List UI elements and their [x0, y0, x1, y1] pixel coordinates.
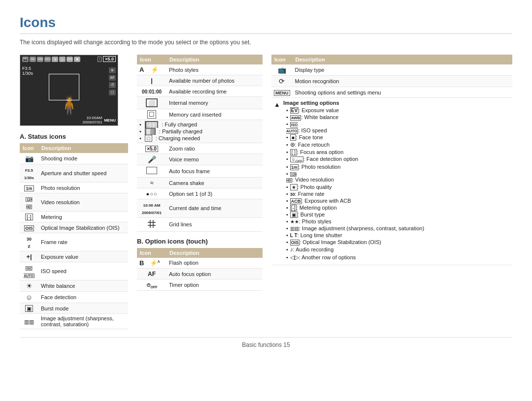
icon-cell: +| [20, 251, 38, 262]
cam-icon-5: ☀ [52, 57, 58, 62]
table-row: A ⚡ Photo styles [137, 64, 263, 75]
middle-column: Icon Description A ⚡ Photo styles | Avai… [137, 55, 263, 291]
desc-cell: Shooting options and settings menu [293, 87, 513, 98]
table-row: Grid lines [137, 217, 263, 231]
icon-cell: MENU [271, 87, 293, 98]
table-row: ×5.0 Zoom ratio [137, 143, 263, 154]
main-layout: 📷 AF WB ISO ☀ ☺ OIS ▣ I ×5.0 F3.5 1/30s [20, 55, 512, 329]
list-item: ▥▥: Image adjustment (sharpness, contras… [286, 225, 510, 231]
desc-cell: Optical Image Stabilization (OIS) [38, 222, 128, 233]
icon-cell [137, 217, 166, 231]
grid-lines-icon [147, 219, 156, 228]
cam-zoom-value: ×5.0 [103, 56, 116, 62]
desc-cell: Camera shake [166, 178, 263, 188]
desc-cell: White balance [38, 280, 128, 292]
desc-cell: Memory card inserted [166, 109, 263, 120]
icon-cell: ISOAUTO [20, 262, 38, 280]
desc-cell: Grid lines [166, 217, 263, 231]
desc-cell: Zoom ratio [166, 143, 263, 154]
table-row: 1m Photo resolution [20, 183, 128, 193]
table-row: ▣ Burst mode [20, 303, 128, 314]
status-icons-table: Icon Description 📷 Shooting mode F3.51/3… [20, 143, 128, 329]
table-row: ⏱OFF Timer option [137, 279, 263, 291]
desc-cell: Voice memo [166, 154, 263, 165]
list-item: ⊛: Face retouch [286, 141, 510, 148]
image-settings-section: ▲ Image setting options EV: Exposure val… [271, 98, 512, 265]
icon-cell: 1m [20, 183, 38, 193]
status-col-icon: Icon [20, 143, 38, 153]
desc-cell: Auto focus frame [166, 165, 263, 178]
icon-cell: [-] [20, 212, 38, 222]
cam-menu-label: MENU [104, 118, 116, 123]
table-row: +| Exposure value [20, 251, 128, 262]
cam-icon-2: AF [30, 57, 36, 62]
mid-col-desc: Description [166, 55, 263, 64]
list-item: ☺OFF: Face detection option [286, 156, 510, 163]
icon-cell: ☐ [137, 109, 166, 120]
icon-cell: 📺 [271, 64, 293, 76]
desc-cell: Burst mode [38, 303, 128, 314]
desc-cell: ISO speed [38, 262, 128, 280]
table-row: 00:01:00 Available recording time [137, 86, 263, 97]
table-row: | Available number of photos [137, 75, 263, 86]
cam-icon-3: WB [37, 57, 43, 62]
desc-cell: Image adjustment (sharpness, contrast, s… [38, 314, 128, 329]
cam-frame-box [49, 74, 79, 100]
table-row: OIS Optical Image Stabilization (OIS) [20, 222, 128, 233]
desc-cell: Current date and time [166, 199, 263, 218]
camera-icons-row: 📷 AF WB ISO ☀ ☺ OIS ▣ [22, 57, 80, 62]
list-item: L T: Long time shutter [286, 232, 510, 238]
opt-col-desc: Description [166, 248, 263, 258]
desc-cell: Available recording time [166, 86, 263, 97]
page-subtitle: The icons displayed will change accordin… [20, 39, 512, 46]
mid-col-icon: Icon [137, 55, 166, 64]
list-item: ACB: Exposure with ACB [286, 198, 510, 204]
icon-cell: ⬜ [137, 97, 166, 109]
table-row: [-] Metering [20, 212, 128, 222]
table-row: 128HD Video resolution [20, 193, 128, 212]
cam-bottom-bar: 10:00AM 2009/07/01 MENU [20, 115, 118, 125]
list-item: ISOAUTO: ISO speed [286, 121, 510, 133]
icon-cell: | [137, 75, 166, 86]
icon-cell: ⏱OFF [137, 279, 166, 291]
icon-cell: ☀ [20, 280, 38, 292]
desc-cell: Photo resolution [38, 183, 128, 193]
desc-cell: Aperture and shutter speed [38, 164, 128, 183]
icon-cell: F3.51/30s [20, 164, 38, 183]
desc-cell: Option set 1 (of 3) [166, 188, 263, 199]
flash-icon: ⚡A [150, 259, 160, 267]
list-item: [-]: Metering option [286, 205, 510, 211]
opt-col-icon: Icon [137, 248, 166, 258]
table-row: 📷 Shooting mode [20, 153, 128, 164]
cam-icon-7: OIS [66, 57, 73, 62]
desc-cell: Internal memory [166, 97, 263, 109]
cam-r-icon-2: AF [109, 75, 116, 81]
cam-right-icons: ⊛ AF ⏱ ☐ [109, 67, 116, 95]
image-settings-title: Image setting options [283, 100, 510, 106]
desc-cell: Auto focus option [166, 269, 263, 279]
icon-cell: ●○○ [137, 188, 166, 199]
cam-zoom: I ×5.0 [98, 56, 116, 62]
left-column: 📷 AF WB ISO ☀ ☺ OIS ▣ I ×5.0 F3.5 1/30s [20, 55, 128, 329]
icon-cell: 128HD [20, 193, 38, 212]
desc-cell: Available number of photos [166, 75, 263, 86]
list-item: [ ]: Focus area option [286, 149, 510, 155]
table-row: 30≠ Frame rate [20, 233, 128, 251]
table-row: ≈ Camera shake [137, 178, 263, 188]
icon-cell: AF [137, 269, 166, 279]
photo-styles-icon: ⚡ [151, 66, 159, 73]
desc-cell: Motion recognition [293, 76, 513, 87]
camera-preview: 📷 AF WB ISO ☀ ☺ OIS ▣ I ×5.0 F3.5 1/30s [20, 55, 118, 126]
list-item: ■: Face tone [286, 134, 510, 140]
icon-cell: 00:01:00 [137, 86, 166, 97]
desc-cell: Flash option [166, 258, 263, 269]
cam-icon-6: ☺ [59, 57, 66, 62]
list-item: AWB: White balance [286, 114, 510, 120]
list-item: 128HD: Video resolution [286, 171, 510, 183]
table-row: 10:00 AM2009/07/01 Current date and time [137, 199, 263, 218]
icon-cell: 🎤 [137, 154, 166, 165]
battery-icons-cell: • ▓▓▓ : Fully charged • ▓▒ : Partially c… [137, 120, 263, 143]
marker-triangle: ▲ [274, 101, 280, 108]
table-row: ISOAUTO ISO speed [20, 262, 128, 280]
icon-cell: ☺ [20, 292, 38, 303]
